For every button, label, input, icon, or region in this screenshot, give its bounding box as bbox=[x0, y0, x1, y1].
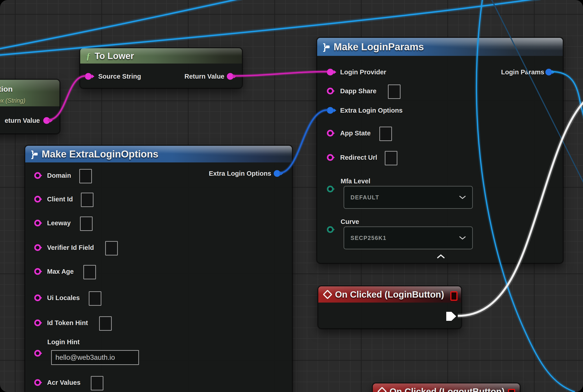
redirect-url-label: Redirect Url bbox=[340, 153, 377, 162]
domain-pin[interactable] bbox=[34, 172, 41, 179]
max-age-pin[interactable] bbox=[34, 268, 41, 275]
make-struct-icon: } bbox=[31, 149, 38, 159]
curve-label: Curve bbox=[340, 217, 359, 226]
on-clicked-login-header[interactable]: On Clicked (LoginButton) bbox=[318, 286, 461, 302]
acr-values-pin[interactable] bbox=[34, 379, 41, 386]
on-clicked-login-title: On Clicked (LoginButton) bbox=[335, 290, 444, 300]
curve-pin[interactable] bbox=[327, 226, 334, 233]
delegate-pin-box[interactable] bbox=[450, 291, 458, 301]
exec-output-pin[interactable] bbox=[446, 312, 456, 321]
client-id-label: Client Id bbox=[47, 195, 73, 204]
ui-locales-value-box[interactable] bbox=[89, 291, 101, 306]
to-lower-node-title: To Lower bbox=[94, 51, 134, 61]
get-text-node-subtitle: ox (String) bbox=[0, 97, 26, 104]
delegate-pin-box[interactable] bbox=[508, 389, 515, 392]
curve-value: SECP256K1 bbox=[350, 235, 386, 241]
login-hint-value: hello@web3auth.io bbox=[56, 354, 115, 362]
get-text-node-title: tion bbox=[0, 85, 12, 94]
make-extra-login-options-title: Make ExtraLoginOptions bbox=[42, 148, 158, 160]
max-age-value-box[interactable] bbox=[83, 265, 96, 279]
mfa-level-value: DEFAULT bbox=[350, 194, 379, 201]
verifier-id-field-value-box[interactable] bbox=[105, 241, 118, 256]
node-to-lower: ƒ To Lower Source String Return Value bbox=[80, 48, 242, 88]
domain-value-box[interactable] bbox=[79, 169, 92, 184]
login-provider-label: Login Provider bbox=[340, 68, 386, 76]
acr-values-value-box[interactable] bbox=[91, 376, 104, 390]
wire-magenta-return-to-login-provider bbox=[232, 72, 327, 76]
leeway-label: Leeway bbox=[47, 218, 71, 228]
node-make-login-params: } Make LoginParams Login Provider Login … bbox=[317, 38, 563, 263]
login-params-output-label: Login Params bbox=[454, 68, 544, 76]
id-token-hint-pin[interactable] bbox=[34, 320, 41, 326]
get-text-return-value-pin[interactable] bbox=[43, 117, 50, 124]
ui-locales-label: Ui Locales bbox=[47, 293, 80, 302]
mfa-level-label: Mfa Level bbox=[340, 177, 370, 186]
redirect-url-value-box[interactable] bbox=[385, 151, 398, 165]
login-hint-input[interactable]: hello@web3auth.io bbox=[51, 350, 139, 365]
app-state-label: App State bbox=[340, 129, 370, 138]
function-icon: ƒ bbox=[86, 51, 90, 61]
mfa-level-dropdown[interactable]: DEFAULT bbox=[344, 186, 473, 209]
node-on-clicked-login-button: On Clicked (LoginButton) bbox=[318, 286, 462, 329]
chevron-down-icon bbox=[459, 196, 466, 199]
to-lower-source-string-pin[interactable] bbox=[85, 73, 92, 80]
node-get-text: tion ox (String) eturn Value bbox=[0, 79, 60, 134]
id-token-hint-label: Id Token Hint bbox=[47, 318, 88, 327]
collapse-node-button[interactable] bbox=[437, 254, 445, 260]
leeway-pin[interactable] bbox=[34, 220, 41, 226]
max-age-label: Max Age bbox=[47, 267, 74, 276]
make-login-params-header[interactable]: } Make LoginParams bbox=[317, 38, 563, 56]
curve-dropdown[interactable]: SECP256K1 bbox=[344, 226, 473, 250]
make-login-params-title: Make LoginParams bbox=[334, 41, 424, 52]
mfa-level-pin[interactable] bbox=[327, 186, 334, 192]
node-make-extra-login-options: } Make ExtraLoginOptions Extra Login Opt… bbox=[25, 145, 292, 392]
make-struct-icon: } bbox=[323, 42, 330, 52]
extra-login-options-output-pin[interactable] bbox=[274, 170, 280, 177]
make-extra-login-options-header[interactable]: } Make ExtraLoginOptions bbox=[25, 146, 292, 162]
chevron-down-icon bbox=[459, 236, 466, 240]
get-text-return-value-label: eturn Value bbox=[0, 116, 40, 125]
verifier-id-field-label: Verifier Id Field bbox=[47, 243, 94, 252]
blueprint-graph-canvas[interactable]: tion ox (String) eturn Value ƒ To Lower … bbox=[0, 0, 583, 392]
on-clicked-logout-title: On Clicked (LogoutButton) bbox=[390, 386, 504, 392]
leeway-value-box[interactable] bbox=[80, 216, 92, 231]
dapp-share-pin[interactable] bbox=[327, 88, 334, 94]
to-lower-return-value-pin[interactable] bbox=[227, 73, 234, 80]
event-icon bbox=[323, 290, 332, 299]
to-lower-return-value-label: Return Value bbox=[157, 72, 224, 81]
id-token-hint-value-box[interactable] bbox=[99, 316, 112, 331]
event-icon bbox=[377, 387, 387, 392]
dapp-share-label: Dapp Share bbox=[340, 86, 376, 96]
app-state-pin[interactable] bbox=[327, 130, 334, 136]
to-lower-source-string-label: Source String bbox=[98, 72, 141, 81]
login-hint-pin[interactable] bbox=[34, 350, 41, 357]
client-id-value-box[interactable] bbox=[81, 192, 94, 207]
wire-blue-riser-1 bbox=[0, 0, 242, 49]
on-clicked-logout-header[interactable]: On Clicked (LogoutButton) bbox=[373, 384, 520, 392]
login-params-output-pin[interactable] bbox=[546, 69, 552, 76]
ui-locales-pin[interactable] bbox=[34, 294, 41, 301]
verifier-id-field-pin[interactable] bbox=[34, 244, 41, 251]
extra-login-options-input-pin[interactable] bbox=[327, 107, 334, 114]
extra-login-options-output-label: Extra Login Options bbox=[183, 169, 271, 178]
acr-values-label: Acr Values bbox=[47, 378, 80, 387]
domain-label: Domain bbox=[47, 171, 71, 180]
node-on-clicked-logout-button: On Clicked (LogoutButton) bbox=[372, 383, 520, 392]
client-id-pin[interactable] bbox=[34, 196, 41, 202]
dapp-share-value-box[interactable] bbox=[388, 84, 400, 99]
login-hint-label: Login Hint bbox=[47, 338, 80, 346]
redirect-url-pin[interactable] bbox=[327, 154, 334, 161]
app-state-value-box[interactable] bbox=[379, 126, 392, 141]
to-lower-node-header[interactable]: ƒ To Lower bbox=[80, 48, 242, 64]
login-provider-pin[interactable] bbox=[327, 69, 334, 76]
extra-login-options-input-label: Extra Login Options bbox=[340, 106, 402, 115]
